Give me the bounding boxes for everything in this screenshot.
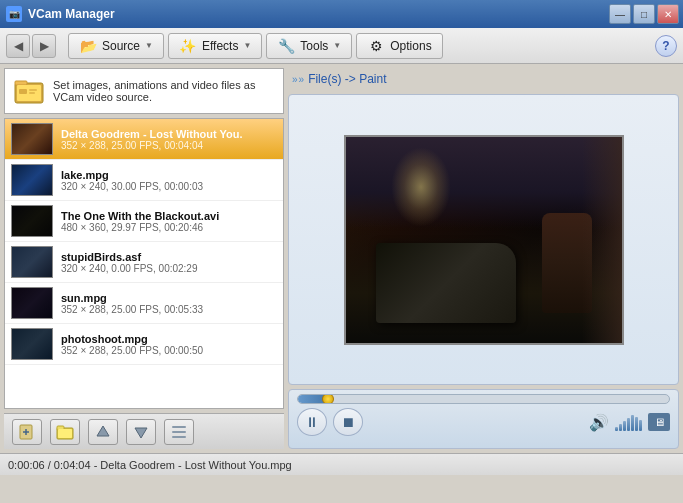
- file-list[interactable]: Delta Goodrem - Lost Without You. 352 × …: [4, 118, 284, 409]
- breadcrumb-bar: » » File(s) -> Paint: [288, 68, 679, 90]
- tools-dropdown-arrow: ▼: [333, 41, 341, 50]
- file-meta-4: 352 × 288, 25.00 FPS, 00:05:33: [61, 304, 277, 315]
- svg-marker-12: [97, 426, 109, 436]
- lamp-glow: [391, 147, 451, 227]
- file-item-0[interactable]: Delta Goodrem - Lost Without You. 352 × …: [5, 119, 283, 160]
- file-info-1: lake.mpg 320 × 240, 30.00 FPS, 00:00:03: [61, 169, 277, 192]
- open-folder-button[interactable]: [50, 419, 80, 445]
- tools-icon: 🔧: [277, 37, 295, 55]
- file-info-0: Delta Goodrem - Lost Without You. 352 × …: [61, 128, 277, 151]
- move-up-icon: [94, 423, 112, 441]
- main-content: Set images, animations and video files a…: [0, 64, 683, 453]
- video-preview: [344, 135, 624, 345]
- move-down-button[interactable]: [126, 419, 156, 445]
- forward-button[interactable]: ▶: [32, 34, 56, 58]
- file-name-0: Delta Goodrem - Lost Without You.: [61, 128, 277, 140]
- add-file-button[interactable]: [12, 419, 42, 445]
- file-item-1[interactable]: lake.mpg 320 × 240, 30.00 FPS, 00:00:03: [5, 160, 283, 201]
- breadcrumb-arrow-2: »: [299, 74, 305, 85]
- file-meta-0: 352 × 288, 25.00 FPS, 00:04:04: [61, 140, 277, 151]
- left-panel: Set images, animations and video files a…: [4, 68, 284, 449]
- source-folder-icon: [13, 75, 45, 107]
- svg-rect-1: [15, 81, 27, 85]
- list-view-icon: [170, 423, 188, 441]
- file-meta-3: 320 × 240, 0.00 FPS, 00:02:29: [61, 263, 277, 274]
- file-meta-1: 320 × 240, 30.00 FPS, 00:00:03: [61, 181, 277, 192]
- title-controls: — □ ✕: [609, 4, 679, 24]
- file-thumb-4: [11, 287, 53, 319]
- file-item-5[interactable]: photoshoot.mpg 352 × 288, 25.00 FPS, 00:…: [5, 324, 283, 365]
- title-bar: 📷 VCam Manager — □ ✕: [0, 0, 683, 28]
- breadcrumb-arrows: » »: [292, 74, 304, 85]
- volume-icon[interactable]: 🔊: [589, 413, 609, 432]
- file-info-4: sun.mpg 352 × 288, 25.00 FPS, 00:05:33: [61, 292, 277, 315]
- file-name-2: The One With the Blackout.avi: [61, 210, 277, 222]
- file-name-1: lake.mpg: [61, 169, 277, 181]
- piano-shape: [376, 243, 516, 323]
- breadcrumb-arrow-1: »: [292, 74, 298, 85]
- title-bar-left: 📷 VCam Manager: [6, 6, 115, 22]
- video-preview-area: [288, 94, 679, 385]
- file-item-4[interactable]: sun.mpg 352 × 288, 25.00 FPS, 00:05:33: [5, 283, 283, 324]
- svg-rect-3: [19, 89, 27, 94]
- status-bar: 0:00:06 / 0:04:04 - Delta Goodrem - Lost…: [0, 453, 683, 475]
- move-down-icon: [132, 423, 150, 441]
- file-info-5: photoshoot.mpg 352 × 288, 25.00 FPS, 00:…: [61, 333, 277, 356]
- svg-rect-16: [172, 436, 186, 438]
- svg-rect-5: [29, 92, 35, 94]
- back-button[interactable]: ◀: [6, 34, 30, 58]
- options-icon: ⚙: [367, 37, 385, 55]
- file-name-3: stupidBirds.asf: [61, 251, 277, 263]
- source-dropdown-arrow: ▼: [145, 41, 153, 50]
- piano-scene: [346, 137, 622, 343]
- vol-bar-2: [619, 424, 622, 431]
- help-button[interactable]: ?: [655, 35, 677, 57]
- progress-bar[interactable]: [297, 394, 670, 404]
- effects-button[interactable]: ✨ Effects ▼: [168, 33, 262, 59]
- file-meta-5: 352 × 288, 25.00 FPS, 00:00:50: [61, 345, 277, 356]
- file-thumb-1: [11, 164, 53, 196]
- status-text: 0:00:06 / 0:04:04 - Delta Goodrem - Lost…: [8, 459, 292, 471]
- move-up-button[interactable]: [88, 419, 118, 445]
- effects-icon: ✨: [179, 37, 197, 55]
- file-name-5: photoshoot.mpg: [61, 333, 277, 345]
- file-thumb-3: [11, 246, 53, 278]
- vol-bar-1: [615, 427, 618, 431]
- file-item-2[interactable]: The One With the Blackout.avi 480 × 360,…: [5, 201, 283, 242]
- app-icon: 📷: [6, 6, 22, 22]
- file-thumb-2: [11, 205, 53, 237]
- controls-row: ⏸ ⏹ 🔊 🖥: [297, 408, 670, 436]
- close-button[interactable]: ✕: [657, 4, 679, 24]
- file-item-3[interactable]: stupidBirds.asf 320 × 240, 0.00 FPS, 00:…: [5, 242, 283, 283]
- open-folder-icon: [56, 423, 74, 441]
- svg-rect-11: [58, 429, 72, 438]
- breadcrumb-path: File(s) -> Paint: [308, 72, 386, 86]
- file-thumb-5: [11, 328, 53, 360]
- list-view-button[interactable]: [164, 419, 194, 445]
- toolbar: ◀ ▶ 📂 Source ▼ ✨ Effects ▼ 🔧 Tools ▼ ⚙ O…: [0, 28, 683, 64]
- svg-rect-15: [172, 431, 186, 433]
- volume-bars[interactable]: [615, 413, 642, 431]
- options-button[interactable]: ⚙ Options: [356, 33, 442, 59]
- minimize-button[interactable]: —: [609, 4, 631, 24]
- player-controls: ⏸ ⏹ 🔊 🖥: [288, 389, 679, 449]
- svg-rect-14: [172, 426, 186, 428]
- svg-marker-13: [135, 428, 147, 438]
- file-info-2: The One With the Blackout.avi 480 × 360,…: [61, 210, 277, 233]
- vol-bar-7: [639, 420, 642, 431]
- nav-buttons: ◀ ▶: [6, 34, 56, 58]
- progress-thumb[interactable]: [322, 394, 334, 404]
- file-thumb-0: [11, 123, 53, 155]
- curtain: [582, 137, 622, 343]
- vol-bar-3: [623, 421, 626, 431]
- pause-button[interactable]: ⏸: [297, 408, 327, 436]
- effects-dropdown-arrow: ▼: [243, 41, 251, 50]
- file-list-toolbar: [4, 413, 284, 449]
- file-info-3: stupidBirds.asf 320 × 240, 0.00 FPS, 00:…: [61, 251, 277, 274]
- tools-button[interactable]: 🔧 Tools ▼: [266, 33, 352, 59]
- vol-bar-6: [635, 417, 638, 431]
- maximize-button[interactable]: □: [633, 4, 655, 24]
- source-button[interactable]: 📂 Source ▼: [68, 33, 164, 59]
- stop-button[interactable]: ⏹: [333, 408, 363, 436]
- monitor-button[interactable]: 🖥: [648, 413, 670, 431]
